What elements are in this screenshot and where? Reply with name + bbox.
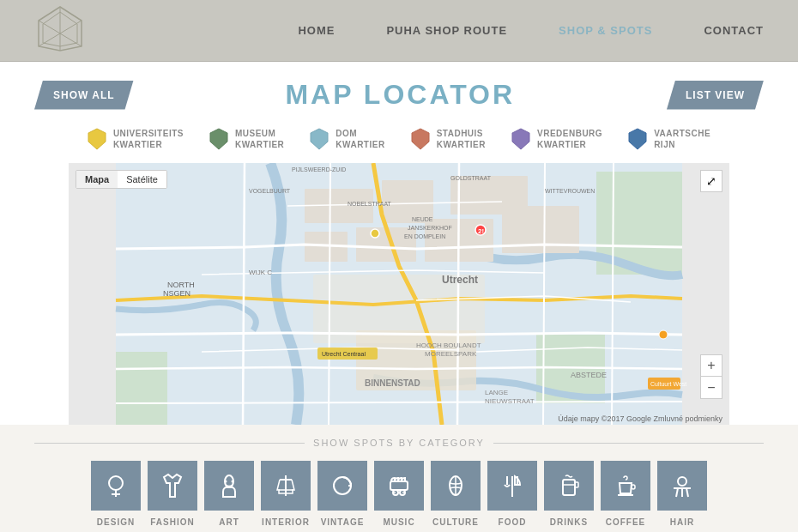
svg-text:NEUDE: NEUDE xyxy=(412,216,433,222)
svg-text:Cultuurt West: Cultuurt West xyxy=(650,381,686,387)
map-type-mapa[interactable]: Mapa xyxy=(76,171,118,188)
category-section-title: SHOW SPOTS BY CATEGORY xyxy=(34,438,764,448)
fashion-icon-box xyxy=(148,461,197,511)
svg-text:NOBELSTRAAT: NOBELSTRAAT xyxy=(348,201,392,207)
map-title: MAP LOCATOR xyxy=(134,79,667,111)
drinks-icon-box xyxy=(544,461,594,511)
culture-label: CULTURE xyxy=(432,517,479,527)
coffee-icon-box xyxy=(601,461,650,511)
hair-label: HAIR xyxy=(670,517,694,527)
svg-point-49 xyxy=(109,476,123,490)
district-stadhuis-label: STADHUISKWARTIER xyxy=(437,128,486,150)
category-culture[interactable]: CULTURE xyxy=(431,461,481,527)
district-vredenburg[interactable]: VREDENBURGKWARTIER xyxy=(511,128,602,150)
svg-rect-69 xyxy=(575,482,578,487)
svg-text:ABSTEDE: ABSTEDE xyxy=(571,371,607,379)
district-dom[interactable]: DOMKWARTIER xyxy=(310,128,384,150)
svg-point-54 xyxy=(232,481,234,483)
map-zoom-controls: + − xyxy=(700,354,722,399)
art-label: ART xyxy=(219,517,239,527)
district-universiteits-label: UNIVERSITEITSKWARTIER xyxy=(113,128,184,150)
category-design[interactable]: DESIGN xyxy=(91,461,141,527)
vintage-label: VINTAGE xyxy=(321,517,365,527)
music-label: MUSIC xyxy=(383,517,414,527)
svg-text:GOLDSTRAAT: GOLDSTRAAT xyxy=(450,175,492,181)
district-stadhuis[interactable]: STADHUISKWARTIER xyxy=(411,128,486,150)
svg-rect-72 xyxy=(632,485,635,489)
category-coffee[interactable]: COFFEE xyxy=(601,461,650,527)
category-drinks[interactable]: DRINKS xyxy=(544,461,594,527)
vintage-icon-box xyxy=(317,461,367,511)
svg-text:BINNENSTAD: BINNENSTAD xyxy=(365,378,420,388)
category-food[interactable]: FOOD xyxy=(487,461,537,527)
district-museum[interactable]: MUSEUMKWARTIER xyxy=(209,128,284,150)
map-container: Mapa Satélite ⤢ xyxy=(69,163,729,425)
list-view-button[interactable]: LIST VIEW xyxy=(667,81,764,110)
svg-rect-68 xyxy=(563,480,575,495)
svg-text:PIJLSWEERD-ZUID: PIJLSWEERD-ZUID xyxy=(292,166,346,172)
map-expand-button[interactable]: ⤢ xyxy=(700,170,722,192)
design-icon-box xyxy=(91,461,141,511)
categories-list: DESIGN FASHION xyxy=(34,461,764,527)
category-art[interactable]: ART xyxy=(204,461,254,527)
svg-text:WIJK C: WIJK C xyxy=(249,269,272,276)
map-section: SHOW ALL MAP LOCATOR LIST VIEW UNIVERSIT… xyxy=(0,62,798,425)
header: HOME PUHA SHOP ROUTE SHOP & SPOTS CONTAC… xyxy=(0,0,798,62)
districts-filter: UNIVERSITEITSKWARTIER MUSEUMKWARTIER DOM… xyxy=(34,128,764,150)
zoom-in-button[interactable]: + xyxy=(700,354,722,377)
zoom-out-button[interactable]: − xyxy=(700,377,722,399)
main-nav: HOME PUHA SHOP ROUTE SHOP & SPOTS CONTAC… xyxy=(298,24,764,37)
svg-line-77 xyxy=(686,488,688,497)
music-icon-box xyxy=(374,461,424,511)
design-label: DESIGN xyxy=(97,517,135,527)
category-hair[interactable]: HAIR xyxy=(657,461,707,527)
svg-point-74 xyxy=(678,477,686,486)
svg-text:HOOCH BOULANDT: HOOCH BOULANDT xyxy=(416,342,481,349)
district-museum-label: MUSEUMKWARTIER xyxy=(235,128,284,150)
fashion-label: FASHION xyxy=(150,517,194,527)
svg-text:WITTEVROUWEN: WITTEVROUWEN xyxy=(545,188,595,194)
interior-label: INTERIOR xyxy=(262,517,310,527)
nav-shop-spots[interactable]: SHOP & SPOTS xyxy=(559,24,652,37)
district-dom-label: DOMKWARTIER xyxy=(336,128,384,150)
svg-text:EN DOMPLEIN: EN DOMPLEIN xyxy=(404,233,445,239)
svg-rect-8 xyxy=(116,352,167,425)
coffee-label: COFFEE xyxy=(606,517,646,527)
svg-text:NIEUWSTRAAT: NIEUWSTRAAT xyxy=(485,397,535,405)
svg-text:DICHTERSWIJK: DICHTERSWIJK xyxy=(322,423,374,425)
expand-icon: ⤢ xyxy=(706,174,716,188)
district-vaartsche-rijn-label: VAARTSCHERIJN xyxy=(654,128,710,150)
district-vaartsche-rijn[interactable]: VAARTSCHERIJN xyxy=(628,128,710,150)
svg-text:Utrecht Centraal: Utrecht Centraal xyxy=(322,351,366,357)
main-content: SHOW ALL MAP LOCATOR LIST VIEW UNIVERSIT… xyxy=(0,62,798,532)
food-icon-box xyxy=(487,461,537,511)
drinks-label: DRINKS xyxy=(550,517,588,527)
hair-icon-box xyxy=(657,461,707,511)
nav-home[interactable]: HOME xyxy=(298,24,335,37)
map-attribution: Údaje mapy ©2017 Google Zmluvné podmienk… xyxy=(558,414,722,423)
svg-text:2!: 2! xyxy=(478,227,484,235)
show-all-button[interactable]: SHOW ALL xyxy=(34,81,134,110)
nav-puha-shop-route[interactable]: PUHA SHOP ROUTE xyxy=(386,24,507,37)
logo xyxy=(34,5,86,56)
svg-text:NSGEN: NSGEN xyxy=(163,289,190,298)
category-section: SHOW SPOTS BY CATEGORY DESIGN xyxy=(0,425,798,532)
map-visual: NORTH NSGEN Linje Rijn LOMBOK-WEST LOMBO… xyxy=(69,163,729,425)
svg-point-53 xyxy=(225,481,227,483)
map-type-controls: Mapa Satélite xyxy=(76,170,167,189)
category-interior[interactable]: INTERIOR xyxy=(261,461,311,527)
svg-line-76 xyxy=(676,488,678,497)
svg-text:MOREELSPARK: MOREELSPARK xyxy=(425,350,477,358)
svg-rect-59 xyxy=(390,481,408,490)
svg-text:Linje Rijn: Linje Rijn xyxy=(133,423,161,425)
food-label: FOOD xyxy=(499,517,527,527)
map-type-satellite[interactable]: Satélite xyxy=(118,171,166,188)
category-music[interactable]: MUSIC xyxy=(374,461,424,527)
svg-text:LANGE: LANGE xyxy=(485,389,508,396)
nav-contact[interactable]: CONTACT xyxy=(704,24,764,37)
category-vintage[interactable]: VINTAGE xyxy=(317,461,367,527)
svg-text:Utrecht: Utrecht xyxy=(442,274,478,286)
culture-icon-box xyxy=(431,461,481,511)
category-fashion[interactable]: FASHION xyxy=(148,461,197,527)
district-universiteits[interactable]: UNIVERSITEITSKWARTIER xyxy=(88,128,184,150)
